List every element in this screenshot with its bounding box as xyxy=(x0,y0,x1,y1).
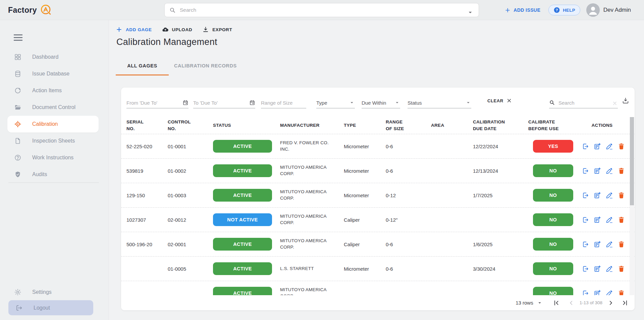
global-search-input[interactable] xyxy=(180,7,464,13)
search-dropdown-caret-icon[interactable] xyxy=(467,9,474,17)
table-row: 102730702-0012NOT ACTIVEMITUTOYO AMERICA… xyxy=(121,208,635,232)
delete-icon[interactable] xyxy=(618,167,625,175)
sidebar-item-logout[interactable]: Logout xyxy=(8,300,93,315)
range-of-size-cell: 0-12" xyxy=(386,217,431,223)
column-header: MANUFACTURER xyxy=(280,122,344,129)
status-cell: ACTIVE xyxy=(213,164,280,177)
delete-icon[interactable] xyxy=(618,265,625,273)
export-label: EXPORT xyxy=(212,27,232,32)
due-within-select[interactable]: Due Within xyxy=(362,93,400,108)
table-search-input[interactable] xyxy=(558,100,612,106)
sidebar-item-dashboard[interactable]: Dashboard xyxy=(0,49,109,65)
status-cell: ACTIVE xyxy=(213,287,280,295)
calibrate-before-use-badge: NO xyxy=(533,189,573,202)
menu-icon[interactable] xyxy=(13,34,23,42)
status-badge: ACTIVE xyxy=(213,287,272,295)
table-header: SERIAL NO.CONTROL NO.STATUSMANUFACTURERT… xyxy=(121,117,635,134)
calibrate-before-use-cell: NO xyxy=(528,238,579,251)
control-no-cell: 01-0005 xyxy=(168,266,213,272)
first-page-icon[interactable] xyxy=(553,299,560,307)
add-record-icon[interactable] xyxy=(593,143,601,150)
checkout-icon[interactable] xyxy=(581,167,589,175)
calendar-icon[interactable] xyxy=(249,100,255,106)
sidebar-item-label: Audits xyxy=(32,171,47,177)
from-due-date-input[interactable] xyxy=(126,100,182,106)
add-issue-button[interactable]: ADD ISSUE xyxy=(505,7,540,13)
tab-all-gages[interactable]: ALL GAGES xyxy=(116,63,169,75)
edit-icon[interactable] xyxy=(605,241,613,248)
close-icon xyxy=(506,98,512,103)
edit-icon[interactable] xyxy=(605,216,613,224)
edit-icon[interactable] xyxy=(605,143,613,150)
type-cell: Micrometer xyxy=(344,193,386,198)
help-button[interactable]: ? HELP xyxy=(548,5,580,15)
checkout-icon[interactable] xyxy=(581,289,589,296)
add-record-icon[interactable] xyxy=(593,265,601,273)
checkout-icon[interactable] xyxy=(581,192,589,199)
table-row: 52-225-02001-0001ACTIVEFRED V. FOWLER CO… xyxy=(121,134,635,159)
checkout-icon[interactable] xyxy=(581,241,589,248)
clear-search-icon[interactable] xyxy=(612,101,618,106)
calibration-due-date-cell: 12/22/2024 xyxy=(473,144,528,149)
add-record-icon[interactable] xyxy=(593,289,601,296)
download-table-button[interactable] xyxy=(622,97,629,104)
user-avatar[interactable] xyxy=(586,3,600,17)
sidebar-item-work-instructions[interactable]: Work Instructions xyxy=(0,149,109,166)
caret-down-icon xyxy=(349,100,355,106)
upload-button[interactable]: UPLOAD xyxy=(162,26,193,33)
add-record-icon[interactable] xyxy=(593,167,601,175)
delete-icon[interactable] xyxy=(618,192,625,199)
sidebar-item-issue-database[interactable]: Issue Database xyxy=(0,65,109,82)
actions-cell xyxy=(579,216,629,224)
tab-calibration-records[interactable]: CALIBRATION RECORDS xyxy=(169,63,242,75)
scrollbar-thumb[interactable] xyxy=(630,117,634,205)
column-header: TYPE xyxy=(344,122,386,129)
serial-no-cell: 539819 xyxy=(126,168,168,174)
delete-icon[interactable] xyxy=(618,289,625,296)
export-button[interactable]: EXPORT xyxy=(202,26,232,33)
page-range-label: 1-13 of 308 xyxy=(580,300,602,305)
sidebar-item-label: Issue Database xyxy=(32,71,69,77)
question-badge-icon: ? xyxy=(553,7,560,13)
edit-icon[interactable] xyxy=(605,192,613,199)
sidebar-item-settings[interactable]: Settings xyxy=(0,284,109,301)
sidebar-item-audits[interactable]: Audits xyxy=(0,166,109,183)
calibrate-before-use-cell: NO xyxy=(528,287,579,295)
delete-icon[interactable] xyxy=(618,143,625,150)
column-header: SERIAL NO. xyxy=(126,119,168,132)
status-select[interactable]: Status xyxy=(408,93,471,108)
sidebar-item-calibration[interactable]: Calibration xyxy=(7,116,99,132)
previous-page-icon[interactable] xyxy=(568,299,575,307)
range-of-size-input[interactable] xyxy=(261,100,306,106)
add-record-icon[interactable] xyxy=(593,241,601,248)
add-record-icon[interactable] xyxy=(593,216,601,224)
sidebar-item-action-items[interactable]: Action Items xyxy=(0,82,109,99)
table-scrollbar[interactable] xyxy=(630,117,634,295)
last-page-icon[interactable] xyxy=(621,299,629,307)
calendar-icon[interactable] xyxy=(182,100,189,106)
add-gage-button[interactable]: ADD GAGE xyxy=(116,26,152,33)
manufacturer-cell: MITUTOYO AMERICA CORP. xyxy=(280,189,335,202)
svg-text:?: ? xyxy=(556,8,558,12)
edit-icon[interactable] xyxy=(605,167,613,175)
clear-filters-button[interactable]: CLEAR xyxy=(487,98,512,103)
search-icon xyxy=(169,7,176,13)
checkout-icon[interactable] xyxy=(581,143,589,150)
status-badge: NOT ACTIVE xyxy=(213,213,272,226)
sidebar-item-inspection-sheets[interactable]: Inspection Sheets xyxy=(0,132,109,149)
edit-icon[interactable] xyxy=(605,289,613,296)
checkout-icon[interactable] xyxy=(581,265,589,273)
document-icon xyxy=(14,137,21,145)
checkout-icon[interactable] xyxy=(581,216,589,224)
to-due-date-input[interactable] xyxy=(193,100,249,106)
delete-icon[interactable] xyxy=(618,241,625,248)
rows-per-page-select[interactable]: 13 rows xyxy=(516,300,543,306)
edit-icon[interactable] xyxy=(605,265,613,273)
sidebar-item-document-control[interactable]: Document Control xyxy=(0,99,109,116)
type-select[interactable]: Type xyxy=(316,93,355,108)
delete-icon[interactable] xyxy=(618,216,625,224)
next-page-icon[interactable] xyxy=(607,299,614,307)
calibrate-before-use-cell: NO xyxy=(528,262,579,275)
filter-bar: Type Due Within Status CLEAR xyxy=(126,93,629,108)
add-record-icon[interactable] xyxy=(593,192,601,199)
